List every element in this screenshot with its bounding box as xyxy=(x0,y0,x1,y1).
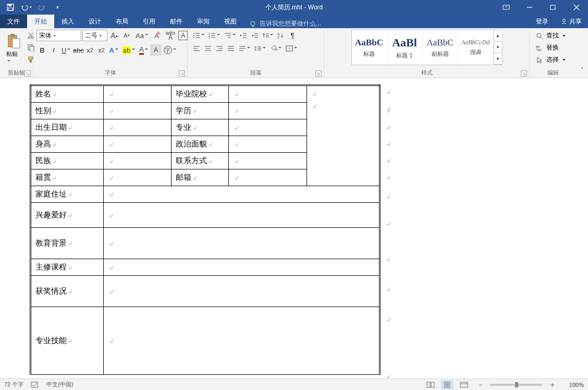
svg-point-70 xyxy=(276,49,277,51)
grow-font-button[interactable]: A▴ xyxy=(108,30,120,41)
login-button[interactable]: 登录 xyxy=(530,15,555,28)
tab-file[interactable]: 文件 xyxy=(0,15,27,28)
title-bar: ▾ ▾ 个人简历.mht - Word xyxy=(0,0,588,15)
tab-review[interactable]: 审阅 xyxy=(190,15,217,28)
align-center-button[interactable] xyxy=(202,43,214,54)
share-button[interactable]: 共享 xyxy=(555,15,588,28)
numbering-button[interactable]: 123 xyxy=(206,30,222,41)
tab-design[interactable]: 设计 xyxy=(81,15,108,28)
align-justify-button[interactable] xyxy=(225,43,237,54)
svg-point-15 xyxy=(28,36,30,39)
svg-text:Z: Z xyxy=(277,35,280,39)
phonetic-guide-button[interactable]: wénA xyxy=(164,30,177,41)
tab-insert[interactable]: 插入 xyxy=(54,15,81,28)
select-button[interactable]: 选择▾ xyxy=(533,54,568,65)
tab-view[interactable]: 视图 xyxy=(217,15,244,28)
svg-point-27 xyxy=(193,37,194,38)
tab-references[interactable]: 引用 xyxy=(136,15,163,28)
qat-customize-button[interactable]: ▾ xyxy=(50,1,65,14)
font-color-button[interactable]: A xyxy=(137,44,150,56)
gallery-scroll[interactable]: ▴▾▾ xyxy=(494,30,502,65)
group-editing: 查找▾ abac替换 选择▾ 编辑 xyxy=(530,28,577,78)
line-spacing-button[interactable] xyxy=(252,43,268,54)
group-clipboard: 粘贴 剪贴板↘ xyxy=(0,28,33,78)
underline-button[interactable]: U xyxy=(59,44,72,56)
italic-button[interactable]: I xyxy=(48,44,59,56)
svg-point-74 xyxy=(537,33,541,38)
text-direction-button[interactable] xyxy=(261,30,275,41)
font-family-combo[interactable]: 宋体▾ xyxy=(36,30,81,41)
group-font-label: 字体↘ xyxy=(33,69,187,78)
cursor-icon xyxy=(536,56,543,64)
strikethrough-button[interactable]: abc xyxy=(72,44,84,56)
tab-home[interactable]: 开始 xyxy=(27,15,54,28)
svg-rect-5 xyxy=(550,5,555,9)
align-distributed-button[interactable] xyxy=(237,43,252,54)
sort-button[interactable]: AZ xyxy=(275,30,287,41)
window-title: 个人简历.mht - Word xyxy=(265,3,323,12)
shading-button[interactable] xyxy=(268,43,284,54)
svg-rect-21 xyxy=(29,57,33,59)
replace-icon: abac xyxy=(536,44,543,52)
svg-rect-1 xyxy=(8,4,11,6)
decrease-indent-button[interactable] xyxy=(238,30,249,41)
save-button[interactable] xyxy=(3,1,18,14)
svg-line-75 xyxy=(541,37,543,39)
change-case-button[interactable]: Aa xyxy=(133,30,150,41)
character-shading-button[interactable]: A xyxy=(150,44,162,56)
group-paragraph: 123 AZ ¶ 段落↘ xyxy=(188,28,324,78)
paragraph-launcher[interactable]: ↘ xyxy=(315,70,322,77)
subscript-button[interactable]: x2 xyxy=(84,44,95,56)
svg-rect-13 xyxy=(10,34,15,36)
bullets-button[interactable] xyxy=(191,30,206,41)
multilevel-list-button[interactable] xyxy=(222,30,238,41)
style-item-subtitle[interactable]: AaBbC副标题 xyxy=(423,30,458,65)
clipboard-launcher[interactable]: ↘ xyxy=(24,70,31,77)
minimize-button[interactable] xyxy=(518,0,541,15)
group-styles: AaBbC标题 AaBl标题 1 AaBbC副标题 AaBbCcDd强调 ▴▾▾… xyxy=(324,28,530,78)
enclose-characters-button[interactable]: 字 xyxy=(162,44,178,56)
styles-launcher[interactable]: ↘ xyxy=(521,70,527,77)
share-icon xyxy=(561,18,567,25)
maximize-button[interactable] xyxy=(541,0,565,15)
style-item-emphasis[interactable]: AaBbCcDd强调 xyxy=(458,30,494,65)
group-styles-label: 样式↘ xyxy=(324,69,529,78)
undo-button[interactable]: ▾ xyxy=(19,1,33,14)
window-controls xyxy=(494,0,588,15)
align-left-button[interactable] xyxy=(191,43,202,54)
collapse-ribbon-button[interactable]: ˄ xyxy=(577,64,588,76)
svg-text:3: 3 xyxy=(209,36,210,39)
svg-rect-2 xyxy=(8,8,13,10)
find-button[interactable]: 查找▾ xyxy=(533,30,568,41)
increase-indent-button[interactable] xyxy=(249,30,261,41)
highlight-button[interactable]: ab xyxy=(120,44,137,56)
superscript-button[interactable]: x2 xyxy=(95,44,107,56)
close-button[interactable] xyxy=(565,0,588,15)
style-item-heading1[interactable]: AaBl标题 1 xyxy=(387,30,423,65)
ribbon-display-button[interactable] xyxy=(494,0,518,15)
styles-gallery[interactable]: AaBbC标题 AaBl标题 1 AaBbC副标题 AaBbCcDd强调 ▴▾▾ xyxy=(351,30,503,65)
paste-button[interactable]: 粘贴 xyxy=(3,30,24,67)
borders-button[interactable] xyxy=(284,43,299,54)
lightbulb-icon xyxy=(249,20,256,28)
text-effects-button[interactable]: A xyxy=(107,44,120,56)
svg-point-23 xyxy=(193,33,194,34)
bucket-icon xyxy=(270,45,277,52)
svg-rect-22 xyxy=(30,59,32,63)
replace-button[interactable]: abac替换 xyxy=(533,42,568,53)
font-size-combo[interactable]: 二号▾ xyxy=(82,30,107,41)
show-marks-button[interactable]: ¶ xyxy=(287,30,298,41)
tab-layout[interactable]: 布局 xyxy=(108,15,136,28)
tab-mailings[interactable]: 邮件 xyxy=(163,15,190,28)
clear-formatting-button[interactable]: A✎ xyxy=(151,30,163,41)
ribbon-tabs: 文件 开始 插入 设计 布局 引用 邮件 审阅 视图 告诉我您想要做什么... … xyxy=(0,15,588,28)
align-right-button[interactable] xyxy=(214,43,225,54)
bold-button[interactable]: B xyxy=(36,44,48,56)
shrink-font-button[interactable]: A▾ xyxy=(121,30,132,41)
tell-me-input[interactable]: 告诉我您想要做什么... xyxy=(249,19,321,28)
style-item-title[interactable]: AaBbC标题 xyxy=(352,30,387,65)
font-launcher[interactable]: ↘ xyxy=(179,70,185,77)
character-border-button[interactable]: A xyxy=(178,31,188,40)
group-editing-label: 编辑 xyxy=(530,69,577,78)
redo-button[interactable] xyxy=(34,1,49,14)
